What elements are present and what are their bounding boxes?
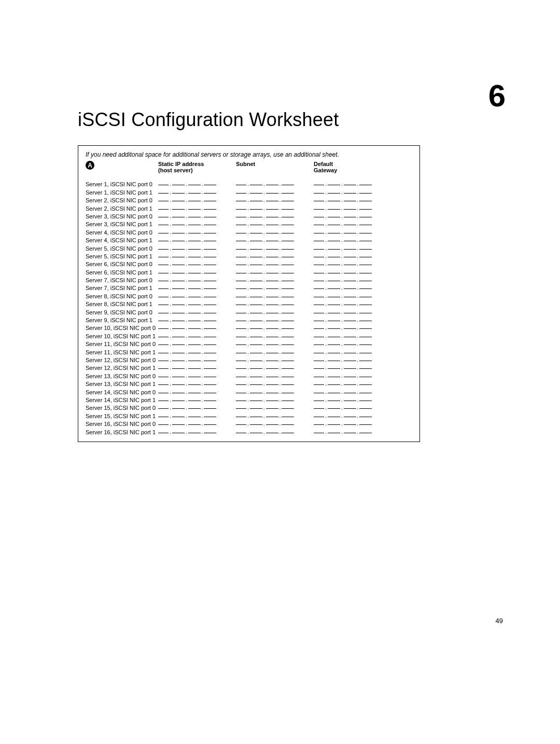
dot-separator: . [340,421,344,427]
ip-octet-blank [314,192,324,194]
ip-octet-blank [359,320,372,321]
ip-blank-field: ... [236,420,314,427]
ip-octet-blank [344,416,356,417]
subnet-cell: ... [236,205,314,212]
ip-octet-blank [344,424,356,425]
ip-octet-blank [172,328,185,329]
ip-cell: ... [158,324,236,331]
dot-separator: . [185,182,188,187]
table-row: Server 15, iSCSI NIC port 0......... [86,403,412,411]
table-row: Server 9, iSCSI NIC port 1......... [86,315,412,323]
dot-separator: . [324,350,328,355]
ip-octet-blank [282,336,294,337]
ip-octet-blank [328,192,340,194]
ip-octet-blank [236,209,246,210]
subnet-cell: ... [236,429,314,435]
ip-octet-blank [266,424,278,425]
dot-separator: . [201,357,204,363]
table-row: Server 6, iSCSI NIC port 0......... [86,259,412,267]
ip-octet-blank [204,249,216,250]
ip-octet-blank [236,240,246,241]
table-row: Server 13, iSCSI NIC port 0......... [86,371,412,379]
dot-separator: . [185,405,188,411]
ip-octet-blank [328,304,340,305]
dot-separator: . [262,214,266,219]
ip-octet-blank [158,249,169,250]
ip-octet-blank [188,432,201,433]
dot-separator: . [278,310,282,315]
row-label: Server 5, iSCSI NIC port 1 [86,253,158,259]
ip-octet-blank [204,368,216,369]
dot-separator: . [324,414,328,419]
dot-separator: . [169,310,172,315]
ip-octet-blank [282,328,294,329]
ip-octet-blank [328,360,340,361]
row-label: Server 7, iSCSI NIC port 1 [86,285,158,291]
dot-separator: . [185,222,188,227]
ip-octet-blank [236,392,246,393]
dot-separator: . [340,238,344,243]
dot-separator: . [324,390,328,395]
ip-octet-blank [266,432,278,433]
table-row: Server 2, iSCSI NIC port 1......... [86,203,412,211]
gateway-cell: ... [314,253,391,259]
ip-blank-field: ... [314,316,391,323]
dot-separator: . [356,254,360,259]
dot-separator: . [324,285,328,291]
dot-separator: . [201,198,204,203]
ip-cell: ... [158,316,236,323]
ip-octet-blank [236,400,246,401]
dot-separator: . [278,230,282,236]
subnet-cell: ... [236,277,314,283]
ip-octet-blank [250,368,262,369]
ip-octet-blank [314,392,324,393]
dot-separator: . [185,390,188,395]
dot-separator: . [185,318,188,323]
dot-separator: . [246,310,250,315]
ip-octet-blank [158,384,169,385]
gateway-cell: ... [314,420,391,427]
ip-octet-blank [314,256,324,257]
table-row: Server 11, iSCSI NIC port 1......... [86,347,412,355]
dot-separator: . [324,318,328,323]
dot-separator: . [340,270,344,275]
ip-octet-blank [282,280,294,281]
dot-separator: . [356,357,360,363]
ip-octet-blank [204,408,216,409]
ip-octet-blank [314,320,324,321]
dot-separator: . [169,365,172,371]
dot-separator: . [262,182,266,187]
ip-blank-field: ... [314,380,391,387]
dot-separator: . [324,190,328,196]
ip-octet-blank [158,328,169,329]
ip-cell: ... [158,404,236,411]
ip-octet-blank [172,249,185,250]
header-static-ip-line1: Static IP address [158,161,204,167]
ip-octet-blank [172,376,185,377]
dot-separator: . [246,350,250,355]
ip-octet-blank [266,400,278,401]
table-row: Server 1, iSCSI NIC port 0......... [86,180,412,187]
dot-separator: . [262,301,266,307]
ip-octet-blank [250,336,262,337]
ip-octet-blank [158,272,169,273]
ip-octet-blank [282,400,294,401]
ip-octet-blank [328,344,340,345]
ip-octet-blank [282,360,294,361]
ip-blank-field: ... [236,189,314,196]
dot-separator: . [201,334,204,339]
ip-octet-blank [250,376,262,377]
ip-cell: ... [158,356,236,363]
ip-octet-blank [204,320,216,321]
subnet-cell: ... [236,356,314,363]
dot-separator: . [340,365,344,371]
dot-separator: . [262,206,266,212]
gateway-cell: ... [314,293,391,299]
dot-separator: . [185,285,188,291]
ip-octet-blank [236,224,246,225]
dot-separator: . [262,285,266,291]
ip-octet-blank [188,264,201,265]
ip-octet-blank [266,408,278,409]
ip-octet-blank [250,296,262,297]
dot-separator: . [324,270,328,275]
